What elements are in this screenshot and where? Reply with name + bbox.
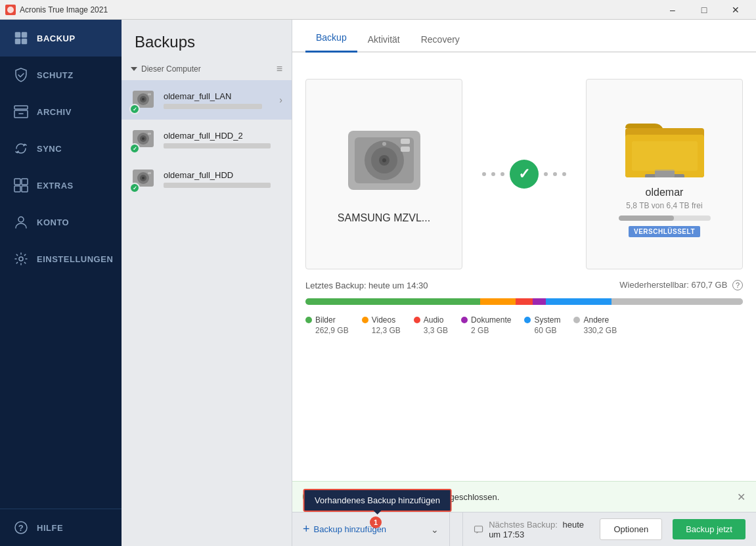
sidebar-item-hilfe[interactable]: ? HILFE — [0, 509, 122, 546]
storage-bar — [305, 298, 743, 305]
svg-rect-45 — [475, 526, 483, 532]
seg-dokumente — [533, 298, 546, 305]
svg-rect-1 — [15, 32, 20, 37]
tabs-bar: Backup Aktivität Recovery — [292, 20, 756, 53]
hdd-source-visual — [342, 124, 427, 203]
backup-info-3: oldemar_full_HDD — [164, 170, 282, 188]
legend-andere: Andere 330,2 GB — [573, 315, 617, 335]
svg-point-24 — [142, 137, 145, 140]
backups-title: Backups — [122, 20, 292, 58]
svg-rect-20 — [148, 93, 151, 95]
bottom-bar: + Backup hinzufügen ⌄ 1 Vorhandenes Back… — [292, 512, 756, 546]
info-tooltip-icon[interactable]: ? — [732, 280, 743, 290]
chat-icon — [474, 523, 483, 536]
right-panel: Backup Aktivität Recovery — [292, 20, 756, 546]
backup-name-3: oldemar_full_HDD — [164, 170, 282, 180]
storage-bar-container — [305, 298, 743, 305]
backup-jetzt-button[interactable]: Backup jetzt — [673, 519, 745, 539]
svg-point-19 — [142, 98, 145, 101]
help-icon: ? — [13, 520, 29, 535]
transfer-arrow: ✓ — [482, 160, 566, 189]
group-header: Dieser Computer ≡ — [122, 58, 292, 80]
sidebar-item-label-hilfe: HILFE — [37, 523, 63, 533]
sidebar-item-sync[interactable]: SYNC — [0, 130, 122, 167]
collapse-icon[interactable] — [131, 67, 137, 71]
success-close-button[interactable]: ✕ — [737, 491, 745, 503]
svg-rect-30 — [148, 172, 151, 174]
backup-name-1: oldemar_full_LAN — [164, 91, 273, 101]
backup-list-item-3[interactable]: oldemar_full_HDD — [122, 159, 292, 198]
backup-list-item-1[interactable]: oldemar_full_LAN › — [122, 80, 292, 120]
svg-rect-4 — [22, 39, 27, 44]
sidebar-item-archiv[interactable]: ARCHIV — [0, 93, 122, 130]
legend-bilder: Bilder 262,9 GB — [305, 315, 349, 335]
sidebar-item-schutz[interactable]: SCHUTZ — [0, 57, 122, 93]
backup-icon — [13, 30, 29, 46]
backup-chevron-1: › — [279, 95, 282, 105]
dest-progress-bar — [619, 216, 674, 221]
maximize-button[interactable]: □ — [689, 0, 719, 20]
seg-andere — [611, 298, 743, 305]
svg-point-0 — [7, 7, 14, 13]
shield-icon — [13, 67, 29, 83]
backup-sub-2 — [164, 143, 271, 148]
sidebar-item-extras[interactable]: EXTRAS — [0, 167, 122, 204]
next-backup-label: Nächstes Backup: heute um 17:53 — [489, 520, 589, 539]
legend-dot-dokumente — [461, 317, 468, 323]
sidebar-item-label-sync: SYNC — [37, 144, 62, 154]
backup-hdd-icon-2 — [131, 126, 157, 152]
legend-dot-audio — [414, 317, 420, 323]
close-button[interactable]: ✕ — [721, 0, 751, 20]
settings-icon — [13, 251, 29, 267]
seg-videos — [480, 298, 515, 305]
last-backup-text: Letztes Backup: heute um 14:30 — [305, 281, 428, 290]
svg-point-37 — [382, 142, 386, 146]
backup-hdd-icon-3 — [131, 166, 157, 192]
svg-rect-44 — [632, 141, 698, 171]
group-menu-icon[interactable]: ≡ — [277, 63, 282, 75]
app-title: Acronis True Image 2021 — [20, 5, 108, 14]
extras-icon — [13, 177, 29, 193]
backup-info-2: oldemar_full_HDD_2 — [164, 131, 282, 148]
legend-videos: Videos 12,3 GB — [362, 315, 401, 335]
sidebar-item-backup[interactable]: BACKUP — [0, 20, 122, 57]
sidebar-item-label-einstellungen: EINSTELLUNGEN — [37, 254, 113, 264]
svg-rect-25 — [148, 133, 151, 135]
folder-dest-visual — [622, 112, 707, 177]
svg-point-36 — [382, 158, 386, 162]
tab-recovery[interactable]: Recovery — [411, 26, 470, 53]
bottom-right: Nächstes Backup: heute um 17:53 Optionen… — [463, 518, 756, 540]
legend-system: System 60 GB — [524, 315, 560, 335]
backup-content: SAMSUNG MZVL... ✓ — [292, 53, 756, 481]
svg-rect-2 — [22, 32, 27, 37]
dest-progress — [619, 216, 711, 221]
sidebar-item-konto[interactable]: KONTO — [0, 204, 122, 240]
backup-name-2: oldemar_full_HDD_2 — [164, 131, 282, 141]
group-label: Dieser Computer — [141, 64, 201, 74]
sidebar-item-label-konto: KONTO — [37, 217, 69, 227]
sidebar: BACKUP SCHUTZ — [0, 20, 122, 546]
svg-point-29 — [142, 177, 145, 179]
check-badge-1 — [129, 104, 140, 114]
svg-point-12 — [18, 217, 24, 222]
minimize-button[interactable]: – — [657, 0, 688, 20]
vorhandenes-backup-tooltip[interactable]: Vorhandenes Backup hinzufügen — [303, 489, 452, 512]
tab-aktivitat[interactable]: Aktivität — [357, 26, 411, 53]
svg-rect-9 — [22, 179, 28, 185]
destination-box: oldemar 5,8 TB von 6,4 TB frei VERSCHLÜS… — [586, 79, 743, 269]
next-backup-info: Nächstes Backup: heute um 17:53 — [474, 520, 589, 539]
legend-dot-system — [524, 317, 531, 323]
legend-dokumente: Dokumente 2 GB — [461, 315, 511, 335]
tab-backup[interactable]: Backup — [305, 24, 357, 53]
source-dest-row: SAMSUNG MZVL... ✓ — [305, 79, 743, 269]
archive-icon — [13, 104, 29, 120]
add-backup-chevron-icon: ⌄ — [431, 524, 439, 535]
sidebar-item-einstellungen[interactable]: EINSTELLUNGEN — [0, 240, 122, 277]
svg-rect-10 — [14, 186, 20, 192]
backup-list-item-2[interactable]: oldemar_full_HDD_2 — [122, 120, 292, 159]
optionen-button[interactable]: Optionen — [600, 518, 662, 540]
legend-dot-andere — [573, 317, 580, 323]
user-icon — [13, 214, 29, 230]
verschluesselt-badge: VERSCHLÜSSELT — [629, 226, 700, 237]
info-bar: Letztes Backup: heute um 14:30 Wiederher… — [305, 276, 743, 294]
